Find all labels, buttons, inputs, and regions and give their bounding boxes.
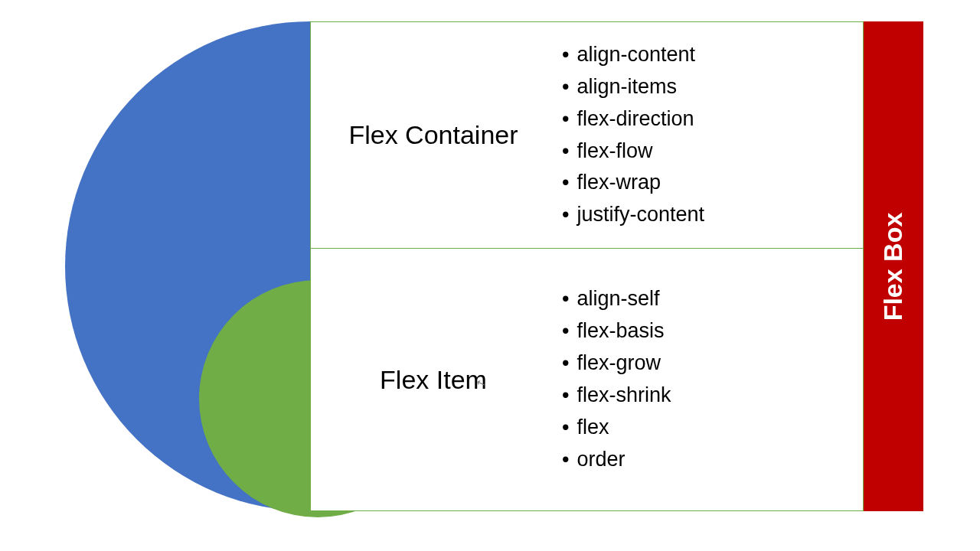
flex-item-cell: Flex Item align-self flex-basis flex-gro… bbox=[310, 248, 864, 511]
list-item: flex-flow bbox=[562, 135, 863, 168]
list-item: order bbox=[562, 444, 863, 476]
flex-container-props: align-content align-items flex-direction… bbox=[556, 39, 863, 231]
diagram-stage: Flex Container align-content align-items… bbox=[0, 0, 980, 551]
flexbox-label: Flex Box bbox=[879, 212, 909, 321]
list-item: flex-shrink bbox=[562, 380, 863, 412]
list-item: align-items bbox=[562, 71, 863, 103]
flex-container-cell: Flex Container align-content align-items… bbox=[310, 21, 864, 248]
list-item: flex-direction bbox=[562, 103, 863, 135]
list-item: align-self bbox=[562, 283, 863, 315]
list-item: flex-grow bbox=[562, 347, 863, 380]
flex-container-title: Flex Container bbox=[311, 120, 556, 150]
list-item: flex-wrap bbox=[562, 167, 863, 199]
flex-item-props: align-self flex-basis flex-grow flex-shr… bbox=[556, 283, 863, 475]
list-item: flex-basis bbox=[562, 315, 863, 347]
flexbox-sidebar: Flex Box bbox=[864, 21, 923, 511]
list-item: align-content bbox=[562, 39, 863, 71]
flex-item-title: Flex Item bbox=[311, 365, 556, 395]
list-item: justify-content bbox=[562, 199, 863, 231]
list-item: flex bbox=[562, 412, 863, 444]
